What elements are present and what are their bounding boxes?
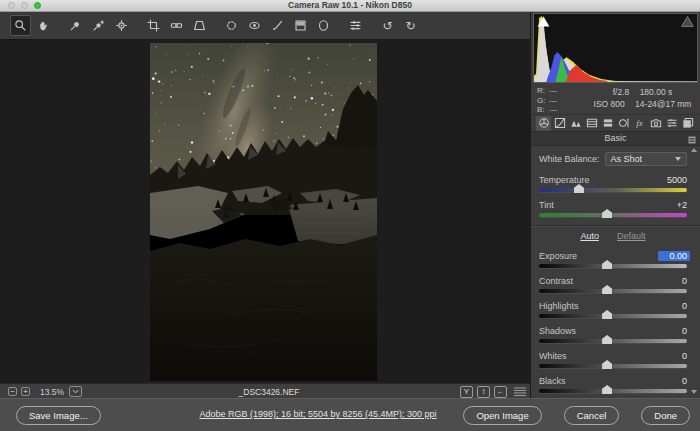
transform-tool[interactable] xyxy=(189,15,210,36)
slider-track[interactable] xyxy=(539,213,687,217)
minimize-window-button[interactable] xyxy=(21,2,28,9)
tab-effects[interactable]: fx xyxy=(632,116,647,131)
slider-contrast: Contrast0 xyxy=(539,275,687,293)
tab-camera-calibration[interactable] xyxy=(648,116,663,131)
split-view-button[interactable]: ↕ xyxy=(477,386,490,398)
slider-thumb[interactable] xyxy=(602,335,612,344)
slider-track[interactable] xyxy=(539,314,687,318)
targeted-adjustment-tool[interactable] xyxy=(111,15,132,36)
graduated-filter-tool[interactable] xyxy=(290,15,311,36)
slider-highlights: Highlights0 xyxy=(539,300,687,318)
action-buttons: Open Image Cancel Done xyxy=(463,406,690,425)
slider-value[interactable]: +2 xyxy=(661,200,687,210)
slider-tint: Tint+2 xyxy=(539,199,687,217)
photo-preview[interactable] xyxy=(150,43,377,381)
image-info-strip: R:--- G:--- B:--- f/2.8 180.00 s ISO 800… xyxy=(531,83,700,114)
tool-group: ↺↻ xyxy=(10,15,421,36)
slider-exposure: Exposure0.00 xyxy=(539,250,687,268)
zoom-tool[interactable] xyxy=(10,15,31,36)
rotate-left-tool[interactable]: ↺ xyxy=(377,15,398,36)
preview-menu-button[interactable] xyxy=(513,386,527,397)
bottom-bar: Save Image... Adobe RGB (1998); 16 bit; … xyxy=(0,398,700,431)
hand-tool[interactable] xyxy=(33,15,54,36)
tab-split-toning[interactable] xyxy=(600,116,615,131)
tab-hsl-grayscale[interactable] xyxy=(584,116,599,131)
zoom-in-button[interactable]: + xyxy=(21,387,30,396)
tab-tone-curve[interactable] xyxy=(552,116,567,131)
slider-value[interactable]: 0.00 xyxy=(658,251,690,261)
shadow-clipping-icon[interactable] xyxy=(537,16,550,27)
adjustments-panel: R:--- G:--- B:--- f/2.8 180.00 s ISO 800… xyxy=(530,11,700,399)
slider-thumb[interactable] xyxy=(602,285,612,294)
preferences-tool[interactable] xyxy=(345,15,366,36)
tab-detail[interactable] xyxy=(568,116,583,131)
cancel-button[interactable]: Cancel xyxy=(564,406,620,425)
slider-label: Tint xyxy=(539,200,554,210)
highlight-clipping-icon[interactable] xyxy=(681,16,694,27)
crop-tool[interactable] xyxy=(143,15,164,36)
slider-label: Exposure xyxy=(539,251,577,261)
slider-label: Highlights xyxy=(539,301,579,311)
white-balance-row: White Balance: As Shot xyxy=(539,151,687,167)
red-eye-tool[interactable] xyxy=(244,15,265,36)
slider-value[interactable]: 0 xyxy=(661,326,687,336)
tab-basic[interactable] xyxy=(536,116,551,131)
slider-label: Temperature xyxy=(539,175,590,185)
slider-track[interactable] xyxy=(539,188,687,192)
zoom-out-button[interactable]: − xyxy=(8,387,17,396)
slider-value[interactable]: 0 xyxy=(661,376,687,386)
save-image-button[interactable]: Save Image... xyxy=(16,406,101,425)
close-window-button[interactable] xyxy=(8,2,15,9)
tab-presets[interactable] xyxy=(664,116,679,131)
slider-thumb[interactable] xyxy=(602,209,612,218)
rgb-r-value: --- xyxy=(549,86,557,95)
slider-thumb[interactable] xyxy=(602,385,612,394)
white-balance-tool[interactable] xyxy=(65,15,86,36)
cycle-preview-button[interactable]: Y xyxy=(460,386,473,398)
rotate-right-tool[interactable]: ↻ xyxy=(400,15,421,36)
slider-value[interactable]: 0 xyxy=(661,301,687,311)
radial-filter-tool[interactable] xyxy=(313,15,334,36)
slider-value[interactable]: 0 xyxy=(661,276,687,286)
white-balance-select[interactable]: As Shot xyxy=(605,152,687,166)
adjustment-brush-tool[interactable] xyxy=(267,15,288,36)
default-link[interactable]: Default xyxy=(617,231,646,243)
camera-raw-window: Camera Raw 10.1 - Nikon D850 ↺↻ xyxy=(0,0,700,431)
tab-lens-corrections[interactable] xyxy=(616,116,631,131)
zoom-level-value[interactable]: 13.5% xyxy=(38,387,66,397)
slider-track[interactable] xyxy=(539,264,687,268)
slider-label: Contrast xyxy=(539,276,573,286)
swap-before-after-button[interactable]: ← xyxy=(494,386,507,398)
slider-track[interactable] xyxy=(539,289,687,293)
iso-value: ISO 800 xyxy=(594,99,625,109)
chevron-down-icon xyxy=(675,157,681,161)
slider-whites: Whites0 xyxy=(539,350,687,368)
slider-thumb[interactable] xyxy=(574,184,584,193)
slider-track[interactable] xyxy=(539,389,687,393)
shutter-value: 180.00 s xyxy=(640,87,673,97)
panel-menu-button[interactable] xyxy=(688,135,696,143)
spot-removal-tool[interactable] xyxy=(221,15,242,36)
slider-blacks: Blacks0 xyxy=(539,375,687,393)
workflow-options-link[interactable]: Adobe RGB (1998); 16 bit; 5504 by 8256 (… xyxy=(199,409,436,419)
tab-snapshots[interactable] xyxy=(680,116,695,131)
white-balance-value: As Shot xyxy=(611,154,675,164)
zoom-level-dropdown[interactable] xyxy=(69,386,82,397)
slider-thumb[interactable] xyxy=(602,360,612,369)
open-image-button[interactable]: Open Image xyxy=(463,406,541,425)
slider-thumb[interactable] xyxy=(602,260,612,269)
slider-track[interactable] xyxy=(539,339,687,343)
slider-value[interactable]: 5000 xyxy=(661,175,687,185)
zoom-window-button[interactable] xyxy=(34,2,41,9)
exif-readout: f/2.8 180.00 s ISO 800 14-24@17 mm xyxy=(589,85,696,114)
slider-value[interactable]: 0 xyxy=(661,351,687,361)
basic-settings: White Balance: As Shot Temperature5000Ti… xyxy=(531,146,700,431)
slider-track[interactable] xyxy=(539,364,687,368)
scroll-up-icon[interactable] xyxy=(691,148,697,152)
slider-thumb[interactable] xyxy=(602,310,612,319)
straighten-tool[interactable] xyxy=(166,15,187,36)
color-sampler-tool[interactable] xyxy=(88,15,109,36)
auto-link[interactable]: Auto xyxy=(580,231,599,243)
done-button[interactable]: Done xyxy=(641,406,690,425)
scroll-down-icon[interactable] xyxy=(691,390,697,394)
